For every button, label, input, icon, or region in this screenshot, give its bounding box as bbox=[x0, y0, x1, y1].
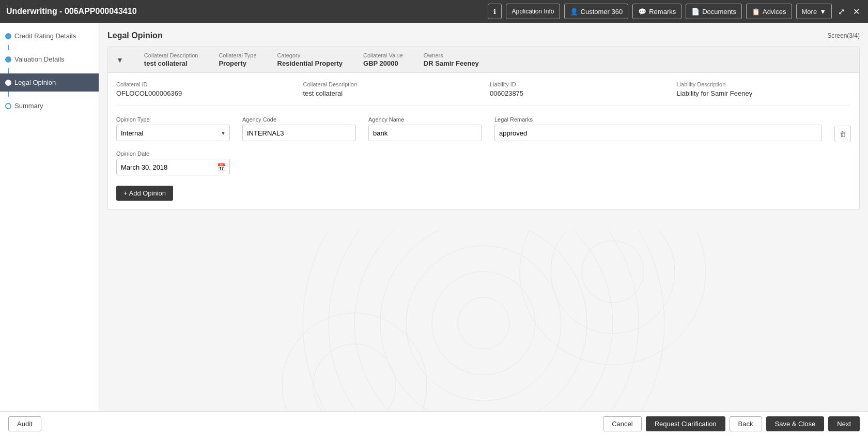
liability-desc-label: Liability Description bbox=[677, 81, 851, 87]
collateral-id-value: OFLOCOL000006369 bbox=[116, 89, 182, 97]
screen-info: Screen(3/4) bbox=[827, 32, 860, 39]
svg-point-6 bbox=[303, 230, 664, 411]
step-dot-1 bbox=[5, 33, 11, 39]
next-button[interactable]: Next bbox=[828, 416, 860, 431]
sidebar-item-label: Credit Rating Details bbox=[14, 32, 76, 40]
application-info-button[interactable]: Application Info bbox=[506, 4, 560, 19]
footer-left: Audit bbox=[8, 416, 41, 431]
collateral-desc-value: test collateral bbox=[303, 89, 343, 97]
cancel-button[interactable]: Cancel bbox=[603, 416, 641, 431]
audit-button[interactable]: Audit bbox=[8, 416, 41, 431]
collateral-description-col: Collateral Description test collateral bbox=[144, 52, 198, 67]
opinion-date-wrapper: 📅 bbox=[116, 159, 230, 175]
app-header: Underwriting - 006APP000043410 ℹ Applica… bbox=[0, 0, 868, 23]
close-button[interactable]: ✕ bbox=[851, 5, 862, 19]
agency-code-label: Agency Code bbox=[242, 116, 356, 123]
svg-point-7 bbox=[313, 344, 396, 411]
svg-point-3 bbox=[380, 230, 587, 411]
sidebar-item-legal-opinion[interactable]: Legal Opinion bbox=[0, 73, 99, 92]
collateral-description-label: Collateral Description bbox=[144, 52, 198, 58]
customer-360-button[interactable]: 👤 Customer 360 bbox=[564, 4, 629, 19]
collateral-id-group: Collateral ID OFLOCOL000006369 bbox=[116, 81, 291, 97]
svg-point-1 bbox=[432, 272, 535, 375]
step-dot-2 bbox=[5, 56, 11, 63]
liability-id-group: Liability ID 006023875 bbox=[490, 81, 664, 97]
info-button[interactable]: ℹ bbox=[488, 4, 502, 19]
liability-id-value: 006023875 bbox=[490, 89, 523, 97]
sidebar-item-label: Legal Opinion bbox=[14, 79, 56, 86]
collateral-value-label: Collateral Value bbox=[363, 52, 403, 58]
request-clarification-button[interactable]: Request Clarification bbox=[646, 416, 725, 431]
collateral-owners-label: Owners bbox=[424, 52, 479, 58]
collateral-desc-label: Collateral Description bbox=[303, 81, 478, 87]
opinion-date-row: Opinion Date 📅 bbox=[116, 151, 851, 175]
back-button[interactable]: Back bbox=[730, 416, 762, 431]
info-row: Collateral ID OFLOCOL000006369 Collatera… bbox=[116, 81, 851, 106]
documents-button[interactable]: 📄 Documents bbox=[686, 4, 742, 19]
opinion-type-group: Opinion Type Internal External ▼ bbox=[116, 116, 230, 141]
remarks-button[interactable]: 💬 Remarks bbox=[632, 4, 681, 19]
legal-remarks-group: Legal Remarks bbox=[494, 116, 822, 141]
step-dot-4 bbox=[5, 103, 11, 109]
collateral-owners-value: DR Samir Feeney bbox=[424, 59, 479, 67]
collateral-value-value: GBP 20000 bbox=[363, 59, 398, 67]
documents-icon: 📄 bbox=[691, 8, 700, 16]
more-button[interactable]: More ▼ bbox=[796, 4, 832, 19]
agency-name-input[interactable] bbox=[368, 125, 482, 141]
legal-remarks-input[interactable] bbox=[494, 125, 822, 141]
collateral-desc-group: Collateral Description test collateral bbox=[303, 81, 478, 97]
svg-point-0 bbox=[458, 297, 509, 349]
collapse-chevron-icon[interactable]: ▼ bbox=[116, 56, 123, 64]
calendar-icon[interactable]: 📅 bbox=[217, 163, 226, 171]
svg-point-10 bbox=[551, 230, 675, 334]
legal-opinion-card: ▼ Collateral Description test collateral… bbox=[107, 47, 860, 209]
opinion-date-input[interactable] bbox=[116, 159, 230, 175]
opinion-type-label: Opinion Type bbox=[116, 116, 230, 123]
legal-remarks-label: Legal Remarks bbox=[494, 116, 822, 123]
add-opinion-button[interactable]: + Add Opinion bbox=[116, 186, 173, 201]
sidebar-item-credit-rating-details[interactable]: Credit Rating Details bbox=[0, 27, 99, 45]
opinion-type-select-wrapper: Internal External ▼ bbox=[116, 125, 230, 141]
remarks-icon: 💬 bbox=[638, 8, 646, 16]
advices-button[interactable]: 📋 Advices bbox=[746, 4, 792, 19]
svg-point-5 bbox=[329, 230, 639, 411]
collateral-category-label: Category bbox=[277, 52, 343, 58]
svg-point-8 bbox=[282, 313, 427, 411]
page-title: Legal Opinion bbox=[107, 31, 163, 40]
expand-button[interactable]: ⤢ bbox=[836, 5, 847, 19]
collateral-type-value: Property bbox=[219, 59, 246, 67]
step-dot-3 bbox=[5, 80, 11, 86]
svg-point-4 bbox=[354, 230, 613, 411]
step-connector-2 bbox=[8, 68, 9, 73]
collateral-category-col: Category Residential Property bbox=[277, 52, 343, 67]
collateral-value-col: Collateral Value GBP 20000 bbox=[363, 52, 403, 67]
sidebar-item-summary[interactable]: Summary bbox=[0, 97, 99, 115]
app-title: Underwriting - 006APP000043410 bbox=[6, 7, 484, 16]
agency-code-group: Agency Code bbox=[242, 116, 356, 141]
agency-name-group: Agency Name bbox=[368, 116, 482, 141]
chevron-down-icon: ▼ bbox=[819, 8, 826, 16]
collateral-type-label: Collateral Type bbox=[219, 52, 256, 58]
svg-point-9 bbox=[582, 240, 644, 303]
svg-point-11 bbox=[520, 230, 706, 365]
opinion-date-group: Opinion Date 📅 bbox=[116, 151, 230, 175]
save-close-button[interactable]: Save & Close bbox=[766, 416, 825, 431]
collateral-category-value: Residential Property bbox=[277, 59, 343, 67]
advices-icon: 📋 bbox=[752, 8, 760, 16]
customer-icon: 👤 bbox=[570, 8, 578, 16]
form-section: Collateral ID OFLOCOL000006369 Collatera… bbox=[108, 73, 859, 209]
agency-code-input[interactable] bbox=[242, 125, 356, 141]
step-connector-3 bbox=[8, 92, 9, 97]
content-area: Legal Opinion Screen(3/4) ▼ Collateral D… bbox=[99, 23, 868, 411]
info-icon: ℹ bbox=[493, 8, 496, 16]
agency-name-label: Agency Name bbox=[368, 116, 482, 123]
opinion-date-label: Opinion Date bbox=[116, 151, 230, 157]
liability-desc-value: Liability for Samir Feeney bbox=[677, 89, 753, 97]
opinion-type-select[interactable]: Internal External bbox=[116, 125, 230, 141]
delete-opinion-button[interactable]: 🗑 bbox=[834, 126, 851, 142]
sidebar-item-valuation-details[interactable]: Valuation Details bbox=[0, 50, 99, 68]
footer-right: Cancel Request Clarification Back Save &… bbox=[603, 416, 860, 431]
liability-desc-group: Liability Description Liability for Sami… bbox=[677, 81, 851, 97]
step-connector-1 bbox=[8, 45, 9, 50]
collateral-type-col: Collateral Type Property bbox=[219, 52, 256, 67]
